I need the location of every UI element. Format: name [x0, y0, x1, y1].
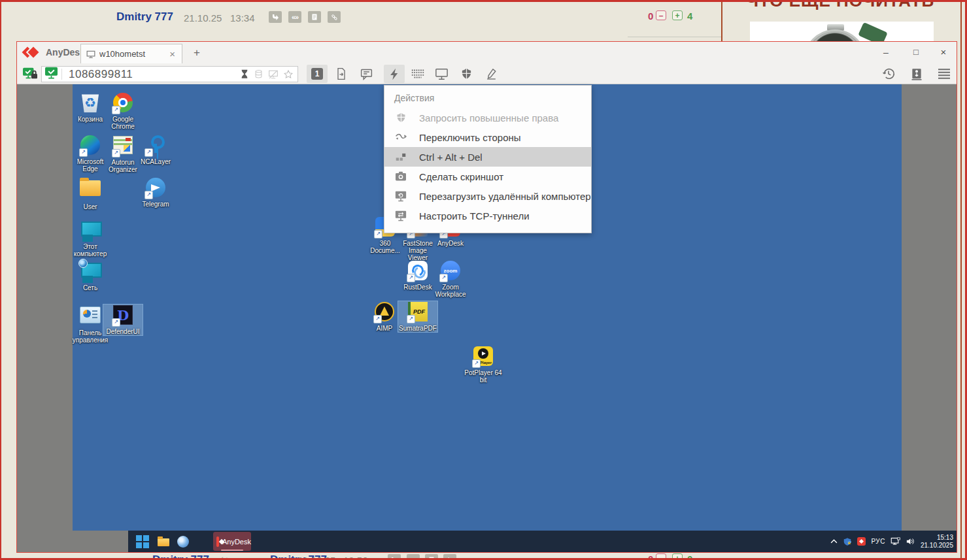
- desktop-icon-ncalayer[interactable]: NCALayer: [136, 135, 175, 165]
- remote-id-value[interactable]: 1086899811: [69, 68, 240, 81]
- database-icon[interactable]: [254, 69, 263, 79]
- user-download-icon: [910, 67, 923, 81]
- tab-close-button[interactable]: ×: [168, 48, 177, 59]
- monitor-1-icon: 1: [311, 68, 323, 80]
- hamburger-menu-icon: [937, 68, 951, 80]
- tray-volume-icon[interactable]: [906, 537, 915, 546]
- actions-menu-header: Действия: [384, 86, 591, 108]
- divider-line: [628, 37, 721, 37]
- tcp-tunnel-icon: [394, 209, 407, 222]
- actions-menu: Действия Запросить повышенные права Пере…: [384, 85, 592, 233]
- restart-monitor-icon: [394, 189, 407, 203]
- monitor-select-button[interactable]: 1: [307, 65, 328, 83]
- connection-status-icon: [22, 67, 38, 84]
- document-icon: [311, 13, 318, 21]
- page-inner-border: [960, 0, 962, 560]
- ctrl-alt-del-keys-icon: [394, 150, 407, 163]
- link-button[interactable]: [328, 11, 341, 23]
- upvote-button[interactable]: +: [672, 10, 683, 20]
- close-button[interactable]: ×: [934, 42, 953, 63]
- page-border-top: [0, 0, 967, 2]
- desktop-icon-potplayer[interactable]: Player PotPlayer 64 bit: [464, 346, 503, 384]
- desktop-icon-telegram[interactable]: Telegram: [136, 177, 175, 208]
- menu-item-restart-remote[interactable]: Перезагрузить удалённый компьютер: [384, 186, 591, 206]
- main-menu-button[interactable]: [934, 65, 954, 82]
- keyboard-button[interactable]: [407, 65, 428, 83]
- menu-item-ctrl-alt-del[interactable]: Ctrl + Alt + Del: [384, 147, 591, 167]
- maximize-button[interactable]: □: [907, 42, 925, 63]
- lightning-icon: [388, 67, 401, 81]
- content-column-divider: [721, 0, 722, 41]
- shield-icon: [394, 111, 407, 124]
- chat-button[interactable]: [356, 65, 377, 83]
- desktop-icon-this-pc[interactable]: Этот компьютер: [71, 220, 110, 257]
- article-watch-image[interactable]: ONEPLUS: [750, 22, 934, 41]
- menu-item-take-screenshot[interactable]: Сделать скриншот: [384, 167, 591, 186]
- tray-language[interactable]: РУС: [871, 538, 885, 545]
- tray-anydesk-icon[interactable]: [857, 537, 866, 546]
- session-tab-label: w10hometst: [99, 49, 168, 59]
- tray-date: 21.10.2025: [921, 542, 953, 550]
- chat-icon: [360, 67, 373, 81]
- system-tray: РУС 15:13 21.10.2025: [830, 531, 953, 552]
- post-author[interactable]: Dmitry 777: [116, 10, 173, 24]
- permissions-button[interactable]: [456, 65, 477, 83]
- post-time: 13:34: [230, 12, 255, 24]
- address-book-button[interactable]: [907, 65, 926, 82]
- reply-arrow-icon: [271, 13, 279, 21]
- tray-chevron-icon[interactable]: [830, 539, 838, 544]
- watch-strap: [858, 22, 887, 41]
- page-border-left: [0, 0, 1, 560]
- reply-button[interactable]: [269, 11, 282, 23]
- display-icon: [435, 68, 449, 80]
- session-history-button[interactable]: [879, 65, 898, 82]
- desktop-icon-sumatrapdf[interactable]: PDF SumatraPDF: [398, 301, 437, 332]
- whiteboard-button[interactable]: [481, 65, 501, 83]
- display-settings-button[interactable]: [431, 65, 452, 83]
- anydesk-brand: AnyDesk: [46, 47, 85, 58]
- monitor-icon: [86, 50, 95, 58]
- tray-display-icon[interactable]: [891, 537, 900, 546]
- link-icon: [330, 13, 339, 22]
- quote-button[interactable]: «»: [288, 11, 301, 23]
- desktop-icon-defenderui[interactable]: D DefenderUI: [103, 305, 143, 335]
- menu-item-tcp-tunnels[interactable]: Настроить TCP-туннели: [384, 206, 591, 225]
- hourglass-icon[interactable]: [240, 69, 249, 80]
- desktop-icon-chrome[interactable]: Google Chrome: [103, 92, 143, 130]
- start-button[interactable]: [135, 534, 150, 550]
- screenshot-camera-icon: [394, 170, 407, 183]
- browser-button[interactable]: [175, 534, 191, 550]
- desktop-icon-zoom[interactable]: zoom Zoom Workplace: [431, 260, 470, 298]
- taskbar-anydesk-button[interactable]: AnyDesk: [213, 532, 251, 551]
- file-transfer-icon: [335, 67, 348, 80]
- downvote-button[interactable]: –: [656, 10, 666, 20]
- desktop-icon-network[interactable]: Сеть: [71, 261, 110, 291]
- tray-clock[interactable]: 15:13 21.10.2025: [921, 534, 953, 550]
- post-date: 21.10.25: [184, 12, 222, 24]
- pen-icon: [485, 67, 498, 80]
- snipping-tool-button[interactable]: [194, 550, 209, 552]
- tray-time: 15:13: [921, 534, 953, 542]
- quote-icon: «»: [292, 13, 298, 21]
- anydesk-titlebar[interactable]: AnyDesk w10hometst × + – □ ×: [17, 42, 957, 63]
- document-button[interactable]: [308, 11, 321, 23]
- file-transfer-button[interactable]: [331, 65, 352, 83]
- monitor-hidden-icon[interactable]: [268, 70, 279, 79]
- menu-item-switch-sides[interactable]: Переключить стороны: [384, 127, 591, 147]
- session-tab[interactable]: w10hometst ×: [80, 44, 182, 63]
- keyboard-icon: [411, 68, 425, 80]
- menu-item-request-elevation[interactable]: Запросить повышенные права: [384, 108, 591, 127]
- watch-dial: [804, 29, 866, 41]
- address-field[interactable]: 1086899811: [41, 66, 298, 82]
- new-tab-button[interactable]: +: [189, 45, 205, 61]
- remote-taskbar: AnyDesk РУС: [128, 531, 957, 552]
- desktop-icon-user-folder[interactable]: User: [71, 177, 110, 210]
- minimize-button[interactable]: –: [877, 42, 895, 63]
- file-explorer-button[interactable]: [156, 534, 171, 550]
- shield-icon: [460, 67, 473, 80]
- remote-monitor-ok-icon: [44, 67, 58, 82]
- anydesk-toolbar: 1086899811 1: [17, 63, 957, 84]
- tray-security-shield-icon[interactable]: [843, 537, 852, 546]
- actions-button[interactable]: [384, 65, 405, 83]
- favorite-star-icon[interactable]: [283, 69, 294, 80]
